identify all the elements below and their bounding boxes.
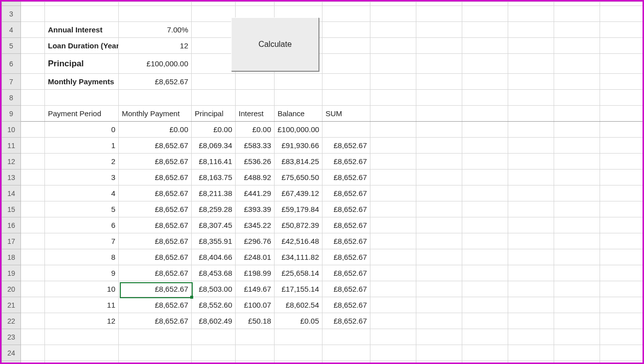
cell-period[interactable]: 0: [45, 122, 119, 138]
cell-monthly[interactable]: £8,652.67: [119, 170, 192, 185]
row-header[interactable]: 15: [2, 201, 21, 217]
cell-principal[interactable]: £8,307.45: [192, 217, 236, 233]
row-header[interactable]: 7: [2, 74, 21, 90]
cell-balance[interactable]: £50,872.39: [275, 217, 322, 233]
cell-period[interactable]: 7: [45, 233, 119, 249]
cell-period[interactable]: 9: [45, 265, 119, 281]
cell-principal[interactable]: £8,355.91: [192, 233, 236, 249]
cell-sum[interactable]: £8,652.67: [322, 233, 370, 249]
cell-monthly[interactable]: £8,652.67: [119, 265, 192, 281]
principal-value[interactable]: £100,000.00: [119, 54, 192, 74]
row-header[interactable]: 12: [2, 154, 21, 170]
cell-period[interactable]: 12: [45, 313, 119, 329]
cell-balance[interactable]: £91,930.66: [275, 138, 322, 154]
row-header[interactable]: 18: [2, 249, 21, 265]
row-header[interactable]: 11: [2, 138, 21, 154]
loan-duration-value[interactable]: 12: [119, 38, 192, 54]
cell-sum[interactable]: £8,652.67: [322, 217, 370, 233]
cell-balance[interactable]: £42,516.48: [275, 233, 322, 249]
cell-monthly[interactable]: £8,652.67: [119, 281, 192, 297]
cell-interest[interactable]: £345.22: [236, 217, 275, 233]
cell-period[interactable]: 5: [45, 201, 119, 217]
cell-monthly[interactable]: £8,652.67: [119, 233, 192, 249]
cell-principal[interactable]: £8,259.28: [192, 201, 236, 217]
cell-interest[interactable]: £248.01: [236, 249, 275, 265]
cell-sum[interactable]: £8,652.67: [322, 281, 370, 297]
cell-monthly[interactable]: £8,652.67: [119, 154, 192, 170]
cell-principal[interactable]: £8,163.75: [192, 170, 236, 185]
cell-sum[interactable]: £8,652.67: [322, 185, 370, 201]
cell-balance[interactable]: £0.05: [275, 313, 322, 329]
cell-principal[interactable]: £8,503.00: [192, 281, 236, 297]
row-header[interactable]: 5: [2, 38, 21, 54]
cell-monthly[interactable]: £8,652.67: [119, 185, 192, 201]
row-header[interactable]: 3: [2, 6, 21, 22]
cell-principal[interactable]: £8,404.66: [192, 249, 236, 265]
row-header[interactable]: 16: [2, 217, 21, 233]
cell-monthly[interactable]: £8,652.67: [119, 313, 192, 329]
cell-interest[interactable]: £296.76: [236, 233, 275, 249]
row-header[interactable]: 6: [2, 54, 21, 74]
cell-principal[interactable]: £8,069.34: [192, 138, 236, 154]
cell-principal[interactable]: £8,602.49: [192, 313, 236, 329]
monthly-payments-value[interactable]: £8,652.67: [119, 74, 192, 90]
cell-monthly[interactable]: £8,652.67: [119, 201, 192, 217]
row-header[interactable]: 20: [2, 281, 21, 297]
cell-principal[interactable]: £8,453.68: [192, 265, 236, 281]
row-header[interactable]: 19: [2, 265, 21, 281]
cell-sum[interactable]: £8,652.67: [322, 313, 370, 329]
cell-balance[interactable]: £100,000.00: [275, 122, 322, 138]
cell-balance[interactable]: £75,650.50: [275, 170, 322, 185]
cell-monthly[interactable]: £8,652.67: [119, 297, 192, 313]
row-header[interactable]: 22: [2, 313, 21, 329]
cell-interest[interactable]: £149.67: [236, 281, 275, 297]
cell-sum[interactable]: £8,652.67: [322, 170, 370, 185]
cell-principal[interactable]: £8,211.38: [192, 185, 236, 201]
cell-sum[interactable]: [322, 122, 370, 138]
cell-monthly[interactable]: £8,652.67: [119, 249, 192, 265]
cell-principal[interactable]: £0.00: [192, 122, 236, 138]
cell-balance[interactable]: £17,155.14: [275, 281, 322, 297]
cell-period[interactable]: 11: [45, 297, 119, 313]
row-header[interactable]: 10: [2, 122, 21, 138]
cell-balance[interactable]: £67,439.12: [275, 185, 322, 201]
cell-interest[interactable]: £100.07: [236, 297, 275, 313]
cell-balance[interactable]: £83,814.25: [275, 154, 322, 170]
calculate-button[interactable]: Calculate: [231, 17, 319, 71]
row-header[interactable]: 24: [2, 345, 21, 361]
row-header[interactable]: 14: [2, 185, 21, 201]
row-header[interactable]: 13: [2, 170, 21, 185]
cell-interest[interactable]: £441.29: [236, 185, 275, 201]
row-header[interactable]: 8: [2, 90, 21, 106]
cell-monthly[interactable]: £8,652.67: [119, 217, 192, 233]
annual-interest-value[interactable]: 7.00%: [119, 22, 192, 38]
cell-sum[interactable]: £8,652.67: [322, 138, 370, 154]
cell-interest[interactable]: £488.92: [236, 170, 275, 185]
cell-period[interactable]: 10: [45, 281, 119, 297]
row-header[interactable]: 23: [2, 329, 21, 345]
cell-monthly[interactable]: £8,652.67: [119, 138, 192, 154]
cell-monthly[interactable]: £0.00: [119, 122, 192, 138]
row-header[interactable]: 4: [2, 22, 21, 38]
cell-balance[interactable]: £25,658.14: [275, 265, 322, 281]
cell-sum[interactable]: £8,652.67: [322, 154, 370, 170]
cell-balance[interactable]: £34,111.82: [275, 249, 322, 265]
row-header[interactable]: 9: [2, 106, 21, 122]
cell-period[interactable]: 2: [45, 154, 119, 170]
cell-principal[interactable]: £8,552.60: [192, 297, 236, 313]
cell-balance[interactable]: £59,179.84: [275, 201, 322, 217]
cell-period[interactable]: 6: [45, 217, 119, 233]
cell-interest[interactable]: £583.33: [236, 138, 275, 154]
cell-interest[interactable]: £198.99: [236, 265, 275, 281]
cell-sum[interactable]: £8,652.67: [322, 297, 370, 313]
cell-sum[interactable]: £8,652.67: [322, 265, 370, 281]
cell-period[interactable]: 3: [45, 170, 119, 185]
row-header[interactable]: 21: [2, 297, 21, 313]
row-header[interactable]: 17: [2, 233, 21, 249]
cell-sum[interactable]: £8,652.67: [322, 201, 370, 217]
cell-period[interactable]: 4: [45, 185, 119, 201]
cell-interest[interactable]: £536.26: [236, 154, 275, 170]
cell-period[interactable]: 1: [45, 138, 119, 154]
cell-sum[interactable]: £8,652.67: [322, 249, 370, 265]
cell-interest[interactable]: £0.00: [236, 122, 275, 138]
